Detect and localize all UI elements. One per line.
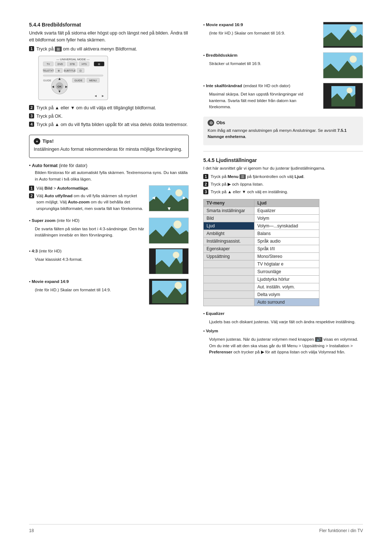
svg-text:MENU: MENU [89,79,97,82]
right-column: • Movie expand 16:9 (Inte för HD.) Skala… [203,22,363,513]
volym-item: • Volym Volymen justeras. När du justera… [203,328,363,355]
s545-step-num-1: 1 [203,174,208,179]
svg-point-52 [175,282,182,289]
step-num-1: 1 [29,46,34,51]
step-4-text: Tryck på ▲ om du vill flytta bilden uppå… [36,121,188,128]
tv-thumb-noskal-svg [323,83,363,109]
bullet-auto-format: • Auto format (inte för dator) Bilden fö… [29,163,189,182]
movie-169-label: • Movie expand 16:9 [203,22,319,28]
af-step-2: 2 Välj Auto utfyllnad om du vill fylla s… [29,193,145,212]
noskal-desc: Maximal skärpa. Det kan uppstå förvrängn… [203,91,319,110]
tv-thumb-auto-svg: ◄ ► ▲ ▼ [149,186,189,211]
svg-text:▼: ▼ [58,89,61,93]
43-desc: Visar klassiskt 4:3-format. [29,256,145,263]
remote-diagram: — UNIVERSAL MODE — TV DVD STB HTS ⊞ [38,55,189,102]
menu-row-10: Aut. inställn. volym. [204,283,319,291]
section-545-heading: 5.4.5 Ljudinställningar [203,157,363,163]
svg-text:TELETXT: TELETXT [43,69,54,72]
svg-text:STB: STB [70,63,75,65]
tips-text: Inställningen Auto format rekommenderas … [34,146,184,153]
svg-text:⊞: ⊞ [98,63,100,65]
menu-header-left: TV-meny [204,199,254,207]
svg-text:◄: ◄ [94,94,97,98]
tv-thumb-149 [149,279,189,305]
page-footer: 18 Fler funktioner i din TV [29,524,363,533]
auto-format-text: Bilden förstoras för att automatiskt fyl… [29,170,189,182]
tv-thumb-169-svg [323,22,363,48]
bullet-43: • 4:3 (inte för HD) Visar klassiskt 4:3-… [29,248,189,274]
auto-format-step-texts: 1 Välj Bild > Autoformatläge. 2 Välj Aut… [29,185,145,213]
af-step-1-text: Välj Bild > Autoformatläge. [36,185,89,191]
obs-title: ⊙ Obs [208,119,359,126]
tv-thumb-superzoom-svg [149,218,189,244]
noskal-text: • Inte skalförändrad (endast för HD och … [203,83,319,112]
svg-text:►: ► [101,94,105,98]
tv-thumb-noskal [323,83,363,109]
svg-text:TV: TV [47,63,50,65]
svg-text:◄: ◄ [151,195,156,200]
svg-text:⊕: ⊕ [58,69,60,72]
s545-step-2-text: Tryck på ▶ och öppna listan. [211,181,264,187]
s545-step-2: 2 Tryck på ▶ och öppna listan. [203,181,363,187]
svg-text:►: ► [182,195,187,200]
menu-row-6: Uppsättning Mono/Stereo [204,252,319,260]
equalizer-text: Ljudets bas och diskant justeras. Välj v… [203,319,363,325]
43-text: • 4:3 (inte för HD) Visar klassiskt 4:3-… [29,248,145,265]
svg-point-48 [173,252,179,258]
section-544-intro: Undvik svarta fält på sidorna eller högs… [29,30,189,44]
section-544: 5.4.4 Bredbildsformat Undvik svarta fält… [29,22,189,128]
step-num-4: 4 [29,122,34,127]
svg-text:— UNIVERSAL MODE —: — UNIVERSAL MODE — [56,58,90,61]
step-num-3: 3 [29,113,34,118]
menu-row-1: Bild Volym [204,214,319,222]
page-number: 18 [29,528,34,533]
bredbilds-label: • Bredbildsskärm [203,52,319,58]
remote-svg: — UNIVERSAL MODE — TV DVD STB HTS ⊞ [38,55,109,101]
bullet-super-zoom: • Super zoom (inte för HD) De svarta fäl… [29,218,189,244]
svg-text:⊡: ⊡ [79,69,82,72]
bullet-noskalforandrad: • Inte skalförändrad (endast för HD och … [203,83,363,112]
tips-title: + Tips! [34,138,184,145]
step-1-text: Tryck på ⊞ om du vill aktivera menyn Bil… [36,46,137,53]
s545-step-3-text: Tryck på ▲ eller ▼ och välj en inställni… [211,189,288,195]
tips-icon: + [34,138,40,145]
auto-format-steps: 1 Välj Bild > Autoformatläge. 2 Välj Aut… [29,185,189,213]
af-step-num-1: 1 [29,186,34,191]
movie-169-desc: (Inte för HD.) Skalar om formatet till 1… [203,30,319,36]
main-content: 5.4.4 Bredbildsformat Undvik svarta fält… [29,22,363,513]
menu-row-0: Smarta inställningar Equalizer [204,207,319,214]
bredbilds-text: • Bredbildsskärm Sträcker ut formatet ti… [203,52,319,69]
tv-thumb-bredbilds [323,52,363,78]
svg-point-37 [175,189,183,197]
menu-table-body: Smarta inställningar Equalizer Bild Voly… [204,207,319,306]
menu-header-right: Ljud [254,199,319,207]
volume-icon: 🔊 [315,337,322,342]
menu-row-11: Delta volym [204,291,319,298]
tv-thumb-43 [149,248,189,274]
tv-thumb-43-svg [149,248,189,274]
movie-169-text: • Movie expand 16:9 (Inte för HD.) Skala… [203,22,319,39]
menu-row-8: Surrounläge [204,268,319,275]
svg-text:SUBTITLE: SUBTITLE [64,69,76,72]
tv-thumb-bredbilds-svg [323,53,363,78]
s545-step-1-text: Tryck på Menu ☰ på fjärrkontrollen och v… [211,174,305,180]
tv-thumb-149-svg [149,279,189,305]
super-zoom-desc: De svarta fälten på sidan tas bort i 4:3… [29,226,145,239]
equalizer-label: • Equalizer [203,311,363,317]
s545-step-3: 3 Tryck på ▲ eller ▼ och välj en inställ… [203,189,363,195]
noskal-label: • Inte skalförändrad (endast för HD och … [203,83,319,89]
divider-1 [203,151,363,151]
af-step-2-text: Välj Auto utfyllnad om du vill fylla skä… [36,193,145,212]
tv-thumb-superzoom [149,218,189,244]
s545-step-num-3: 3 [203,189,208,194]
bullet-bredbilds: • Bredbildsskärm Sträcker ut formatet ti… [203,52,363,78]
section-544-heading: 5.4.4 Bredbildsformat [29,22,189,28]
svg-text:GUIDE: GUIDE [74,79,83,82]
left-column: 5.4.4 Bredbildsformat Undvik svarta fält… [29,22,189,513]
section-545: 5.4.5 Ljudinställningar I det här avsnit… [203,157,363,356]
auto-format-label: • Auto format (inte för dator) [29,163,189,168]
step-4: 4 Tryck på ▲ om du vill flytta bilden up… [29,121,189,128]
step-2-text: Tryck på ▲ eller ▼ om du vill välja ett … [36,105,156,112]
svg-text:▼: ▼ [167,206,172,211]
volym-text: Volymen justeras. När du justerar volyme… [203,336,363,355]
